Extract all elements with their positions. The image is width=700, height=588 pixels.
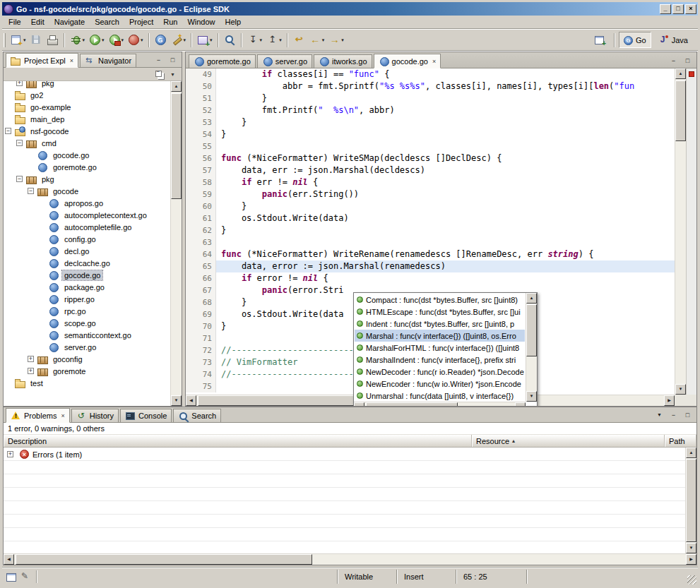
overview-ruler[interactable]	[686, 68, 696, 395]
scroll-up-icon[interactable]: ▲	[526, 293, 537, 304]
code-text-line[interactable]: }	[216, 200, 675, 212]
code-text-line[interactable]: panic(err.String())	[216, 188, 675, 200]
collapse-icon[interactable]: −	[5, 128, 11, 134]
code-text-line[interactable]: if classes[i] == "func" {	[216, 68, 675, 80]
expand-icon[interactable]: +	[7, 451, 13, 457]
scroll-right-icon[interactable]: ▶	[686, 554, 696, 565]
line-number[interactable]: 56	[195, 152, 216, 164]
minimize-button[interactable]: _	[660, 4, 671, 14]
scroll-down-icon[interactable]: ▼	[686, 543, 696, 553]
code-text-line[interactable]: }	[216, 92, 675, 104]
minimize-editor-button[interactable]: −	[668, 56, 680, 66]
collapse-all-button[interactable]	[153, 68, 166, 80]
expand-icon[interactable]: +	[28, 368, 34, 374]
toolbar-grip[interactable]	[4, 33, 6, 47]
code-line-61[interactable]: 61 os.Stdout.Write(data)	[186, 212, 675, 224]
tree-item-apropos-go[interactable]: apropos.go	[4, 197, 170, 209]
scroll-right-icon[interactable]: ▶	[515, 402, 526, 406]
code-line-60[interactable]: 60 }	[186, 200, 675, 212]
code-text-line[interactable]: }	[216, 116, 675, 128]
tree-item-gocode-go[interactable]: gocode.go	[4, 149, 170, 161]
scrollbar-thumb[interactable]	[16, 554, 312, 565]
open-perspective-button[interactable]	[589, 32, 610, 48]
tree-item-ripper-go[interactable]: ripper.go	[4, 293, 170, 305]
tree-item-main-dep[interactable]: main_dep	[4, 113, 170, 125]
popup-vertical-scrollbar[interactable]: ▲ ▼	[526, 293, 537, 402]
code-text-line[interactable]: }	[216, 224, 675, 236]
view-menu-button[interactable]: ▼	[653, 410, 665, 421]
view-tab-problems[interactable]: Problems×	[6, 408, 70, 423]
line-number[interactable]: 75	[195, 380, 216, 392]
tree-item-rpc-go[interactable]: rpc.go	[4, 305, 170, 317]
last-edit-location-button[interactable]	[292, 32, 307, 49]
tree-item-pkg[interactable]: −pkg	[4, 173, 170, 185]
collapse-icon[interactable]: −	[28, 188, 34, 194]
minimize-view-button[interactable]: −	[153, 55, 165, 66]
code-line-52[interactable]: 52 fmt.Printf(" %s\n", abbr)	[186, 104, 675, 116]
code-line-58[interactable]: 58 if err != nil {	[186, 176, 675, 188]
view-tab-search[interactable]: Search	[173, 409, 221, 422]
scrollbar-thumb[interactable]	[675, 80, 686, 141]
completion-marshal[interactable]: Marshal : func(v interface{}) ([]uint8, …	[355, 330, 525, 342]
menu-navigate[interactable]: Navigate	[49, 16, 90, 28]
line-number[interactable]: 73	[195, 356, 216, 368]
explorer-vertical-scrollbar[interactable]: ▲ ▼	[170, 81, 182, 406]
line-number[interactable]: 60	[195, 200, 216, 212]
line-number[interactable]: 58	[195, 176, 216, 188]
scrollbar-thumb[interactable]	[171, 93, 182, 199]
new-go-project-button[interactable]: ▾	[196, 32, 214, 49]
tree-item-autocompletefile-go[interactable]: autocompletefile.go	[4, 221, 170, 233]
line-number[interactable]: 69	[195, 308, 216, 320]
scrollbar-thumb[interactable]	[686, 459, 696, 542]
code-text-line[interactable]: data, error := json.Marshal(renamedescs)	[216, 260, 675, 272]
column-header-resource[interactable]: Resource▴	[472, 435, 665, 447]
editor-vertical-scrollbar[interactable]: ▲ ▼	[675, 68, 686, 395]
run-button[interactable]: ▾	[88, 32, 106, 49]
line-number[interactable]: 63	[195, 236, 216, 248]
line-number[interactable]: 55	[195, 140, 216, 152]
editor-tab-goremote-go[interactable]: goremote.go	[189, 54, 256, 68]
editor-tab-itworks-go[interactable]: itworks.go	[314, 54, 372, 68]
problems-row-errors[interactable]: + Errors (1 item)	[4, 448, 696, 461]
scroll-left-icon[interactable]: ◀	[186, 395, 196, 406]
column-header-path[interactable]: Path	[665, 435, 696, 447]
menu-search[interactable]: Search	[90, 16, 124, 28]
line-number[interactable]: 72	[195, 344, 216, 356]
code-line-62[interactable]: 62}	[186, 224, 675, 236]
tree-item-server-go[interactable]: server.go	[4, 341, 170, 353]
back-button[interactable]: ▾	[308, 32, 326, 49]
code-line-49[interactable]: 49 if classes[i] == "func" {	[186, 68, 675, 80]
code-text-line[interactable]: }	[216, 128, 675, 140]
resize-grip[interactable]	[687, 575, 696, 584]
tree-item-go2[interactable]: go2	[4, 89, 170, 101]
code-text-line[interactable]: func (*NiceFormatter) WriteRename(rename…	[216, 248, 675, 260]
title-bar[interactable]: Go - nsf-gocode/src/pkg/gocode/gocode.go…	[2, 2, 698, 16]
collapse-icon[interactable]: −	[16, 140, 23, 146]
maximize-view-button[interactable]: □	[682, 410, 694, 421]
completion-htmlescape[interactable]: HTMLEscape : func(dst *bytes.Buffer, src…	[355, 306, 525, 318]
completion-unmarshal[interactable]: Unmarshal : func(data []uint8, v interfa…	[355, 390, 525, 401]
code-text-line[interactable]: if err != nil {	[216, 176, 675, 188]
line-number[interactable]: 57	[195, 164, 216, 176]
menu-file[interactable]: File	[4, 16, 26, 28]
scroll-down-icon[interactable]: ▼	[171, 395, 182, 406]
tree-item-scope-go[interactable]: scope.go	[4, 317, 170, 329]
completion-compact[interactable]: Compact : func(dst *bytes.Buffer, src []…	[355, 294, 525, 306]
scroll-down-icon[interactable]: ▼	[675, 384, 686, 395]
fast-view-icon[interactable]	[5, 571, 18, 582]
edit-status-icon[interactable]	[19, 571, 32, 582]
code-text-line[interactable]: os.Stdout.Write(data)	[216, 212, 675, 224]
view-tab-navigator[interactable]: Navigator	[80, 54, 136, 67]
popup-horizontal-scrollbar[interactable]: ◀ ▶	[354, 402, 526, 406]
tree-item-gocode-go[interactable]: gocode.go	[4, 269, 170, 281]
scroll-left-icon[interactable]: ◀	[4, 554, 14, 565]
line-number[interactable]: 61	[195, 212, 216, 224]
view-tab-console[interactable]: Console	[120, 409, 172, 422]
tree-item-gocode[interactable]: −gocode	[4, 185, 170, 197]
line-number[interactable]: 68	[195, 296, 216, 308]
collapse-icon[interactable]: −	[16, 176, 23, 182]
line-number[interactable]: 59	[195, 188, 216, 200]
menu-project[interactable]: Project	[124, 16, 158, 28]
code-line-53[interactable]: 53 }	[186, 116, 675, 128]
tree-item-semanticcontext-go[interactable]: semanticcontext.go	[4, 329, 170, 341]
